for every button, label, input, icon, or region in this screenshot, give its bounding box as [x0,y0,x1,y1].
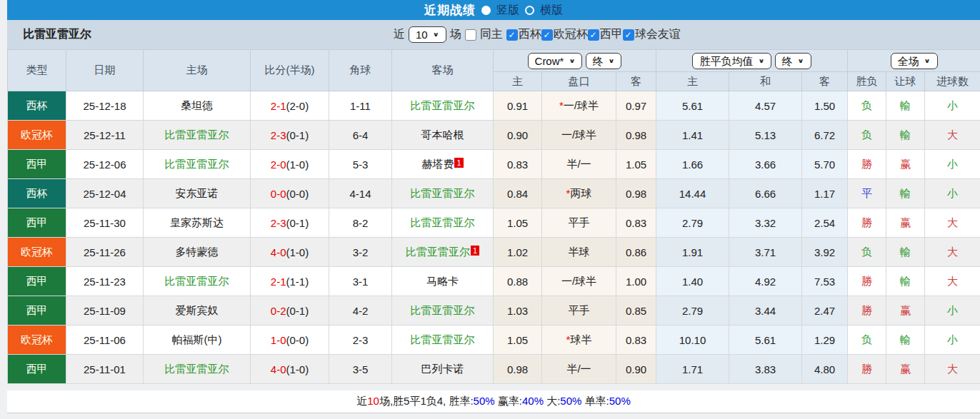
league-checkbox-label[interactable]: 球会友谊 [635,27,681,42]
goals-result: 大 [925,208,980,238]
odds-time-select[interactable]: 终∨ [775,53,811,69]
chevron-down-icon: ∨ [433,29,439,39]
half-time-score: (0-0) [286,188,309,200]
subcol-ah-home: 主 [494,72,542,91]
summary-segment: 大: [544,395,560,407]
wdl-result: 负 [848,325,886,355]
match-date: 25-11-23 [66,267,144,296]
away-team-cell: 哥本哈根 [392,121,494,150]
league-checkbox[interactable]: ✓ [623,29,634,41]
odds-type-select[interactable]: 胜平负均值∨ [692,53,771,69]
eu-draw-odds: 3.83 [729,355,802,384]
match-date: 25-11-09 [66,296,144,325]
league-badge: 欧冠杯 [8,121,66,150]
handicap-result: 輸 [886,267,925,296]
chevron-down-icon: ∨ [798,56,804,66]
handicap-result: 輸 [886,121,925,150]
full-time-score: 2-0 [271,158,286,171]
subcol-ah-away: 客 [616,72,656,91]
results-tbody: 西杯25-12-18桑坦德2-1(2-0)1-11比雷亚雷亚尔0.91*一/球半… [8,91,980,384]
subcol-ah-line: 盘口 [542,72,616,91]
league-checkbox-label[interactable]: 西杯 [519,27,541,42]
corner-count: 5-3 [329,150,392,179]
score-cell: 4-0(1-0) [251,238,329,267]
vertical-layout-radio[interactable] [481,6,491,15]
corner-count: 2-3 [329,325,392,355]
away-team-name: 比雷亚雷亚尔 [411,333,475,345]
col-header-corner: 角球 [329,50,392,91]
league-checkbox-label[interactable]: 西甲 [600,27,623,42]
league-filter: ✓欧冠杯 [541,27,588,42]
corner-count: 6-4 [329,121,392,150]
goals-result: 小 [925,91,980,121]
eu-home-odds: 10.10 [656,325,729,355]
wdl-result: 勝 [848,150,886,179]
goals-result: 大 [925,355,980,384]
panel-title: 近期战绩 [424,2,476,19]
match-date: 25-12-11 [66,121,144,150]
home-team-name: 皇家苏斯达 [170,216,224,228]
league-badge: 西甲 [8,296,66,325]
match-row: 欧冠杯25-11-26多特蒙德4-0(1-0)3-2比雷亚雷亚尔11.02半球0… [8,238,980,267]
col-header-score: 比分(半场) [251,50,329,91]
recent-results-panel: 近期战绩 竖版 横版 比雷亚雷亚尔 近 10∨ 场 同主 ✓西杯✓欧冠杯✓西甲✓… [0,0,980,419]
horizontal-layout-label[interactable]: 横版 [540,3,563,18]
league-filter: ✓西甲 [588,27,623,42]
handicap-result: 輸 [886,238,925,267]
league-badge: 西杯 [8,91,66,121]
handicap-away-odds: 0.83 [616,208,656,238]
handicap-home-odds: 0.98 [494,355,542,384]
match-row: 西甲25-12-06比雷亚雷亚尔2-0(1-0)5-3赫塔费10.83半/一1.… [8,150,980,179]
wdl-result: 负 [848,91,886,121]
full-time-score: 0-2 [271,305,286,317]
handicap-away-odds: 0.85 [616,296,656,325]
header-group-row: 类型 日期 主场 比分(半场) 角球 客场 Crow*∨ 终∨ 胜平负均值∨ 终… [8,50,980,72]
handicap-line-text: 两球 [570,187,591,199]
near-label: 近 [394,27,405,42]
score-cell: 2-3(0-1) [251,121,329,150]
summary-segment: 50% [609,395,631,407]
home-team-cell: 比雷亚雷亚尔 [144,150,251,179]
league-checkbox-label[interactable]: 欧冠杯 [554,27,588,42]
eu-home-odds: 1.40 [656,267,729,296]
home-team-name: 桑坦德 [181,99,213,111]
eu-draw-odds: 4.57 [729,91,802,121]
summary-segment: 50% [560,395,581,407]
result-group-header: 全场∨ [848,50,980,72]
half-time-score: (1-0) [286,363,309,375]
eu-away-odds: 2.47 [802,296,848,325]
eu-away-odds: 1.29 [802,325,848,355]
league-checkbox[interactable]: ✓ [588,29,599,41]
match-count-select[interactable]: 10∨ [409,26,446,43]
handicap-result: 赢 [886,296,925,325]
league-checkbox[interactable]: ✓ [506,29,518,41]
full-time-score: 2-1 [271,100,286,112]
chevron-down-icon: ∨ [758,56,764,66]
away-team-cell: 马略卡 [392,267,494,296]
horizontal-layout-radio[interactable] [525,6,534,15]
league-checkbox[interactable]: ✓ [541,29,553,41]
col-header-home: 主场 [144,50,251,91]
subcol-eu-home: 主 [656,72,729,91]
handicap-time-select[interactable]: 终∨ [586,53,622,69]
red-card-badge: 1 [471,246,479,256]
odds-group-header: 胜平负均值∨ 终∨ [656,50,848,72]
same-home-checkbox[interactable] [465,29,476,41]
same-home-label[interactable]: 同主 [480,27,503,42]
handicap-away-odds: 0.98 [616,179,656,208]
match-row: 西杯25-12-04安东亚诺0-0(0-0)4-14比雷亚雷亚尔0.84*两球0… [8,179,980,208]
eu-home-odds: 5.61 [656,91,729,121]
col-header-type: 类型 [8,50,66,91]
half-time-score: (0-1) [286,217,309,229]
handicap-line-text: 平手 [569,216,590,228]
eu-away-odds: 6.72 [802,121,848,150]
summary-segment: 50% [474,395,495,407]
filter-bar: 比雷亚雷亚尔 近 10∨ 场 同主 ✓西杯✓欧冠杯✓西甲✓球会友谊 [7,20,980,49]
vertical-layout-label[interactable]: 竖版 [496,3,519,18]
handicap-line-text: 一/球半 [564,99,599,111]
bookmaker-select[interactable]: Crow*∨ [528,53,583,69]
match-row: 西甲25-11-30皇家苏斯达2-3(0-1)8-2比雷亚雷亚尔1.05平手0.… [8,208,980,238]
scope-select[interactable]: 全场∨ [891,53,938,69]
full-time-score: 2-1 [271,276,286,288]
corner-count: 4-14 [329,179,392,208]
